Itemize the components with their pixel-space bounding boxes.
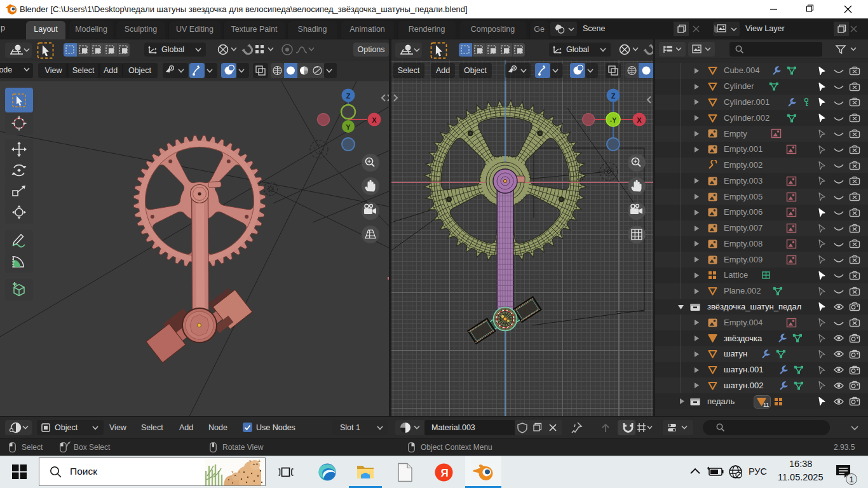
svg-text:Z: Z <box>611 92 616 100</box>
svg-text:1: 1 <box>849 475 853 484</box>
svg-text:Z: Z <box>346 92 351 100</box>
svg-text:X: X <box>372 116 377 124</box>
svg-text:Я: Я <box>440 467 448 479</box>
svg-text:-Y: -Y <box>610 116 617 124</box>
svg-text:Y: Y <box>346 123 351 131</box>
svg-text:X: X <box>637 116 642 124</box>
